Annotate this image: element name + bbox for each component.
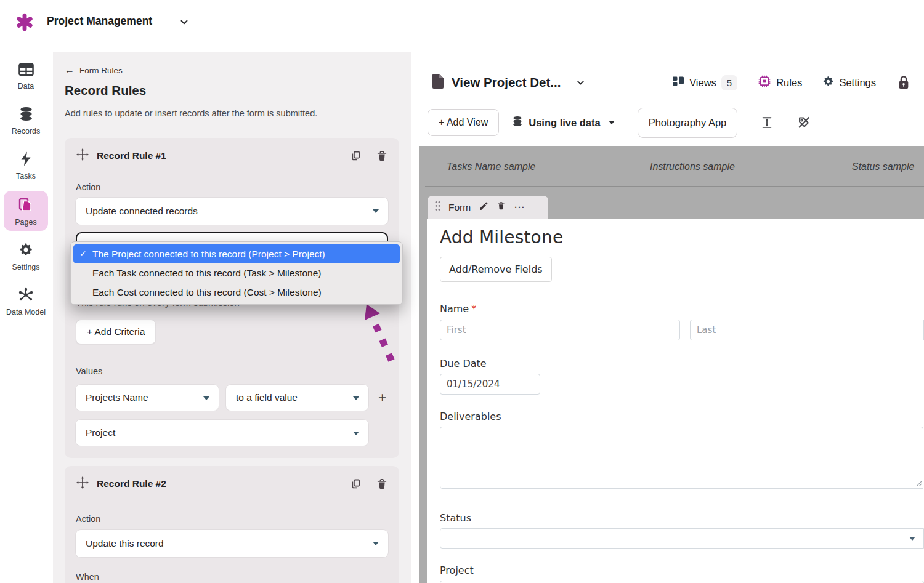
dropdown-option-project[interactable]: ✓ The Project connected to this record (… xyxy=(73,244,400,263)
resize-grip-icon[interactable] xyxy=(915,477,922,489)
left-nav-rail: Data Records Tasks Pages Settings Data M… xyxy=(0,52,52,583)
form-view-toolbar: Form ⋯ xyxy=(428,196,548,219)
add-value-button[interactable]: + xyxy=(378,391,386,405)
drag-move-icon[interactable] xyxy=(76,148,89,164)
sidebar-item-label: Pages xyxy=(15,218,36,227)
hide-labels-tag-icon[interactable] xyxy=(796,115,811,130)
check-icon: ✓ xyxy=(79,244,87,263)
sidebar-item-data-model[interactable]: Data Model xyxy=(4,282,48,321)
value-field-select[interactable]: Projects Name xyxy=(76,385,219,411)
sidebar-item-label: Tasks xyxy=(16,172,36,180)
when-label: When xyxy=(76,572,388,582)
tab-views[interactable]: Views 5 xyxy=(672,75,737,90)
add-view-button[interactable]: + Add View xyxy=(428,109,499,136)
add-criteria-button[interactable]: + Add Criteria xyxy=(76,320,156,344)
chevron-down-icon xyxy=(609,121,615,124)
data-mode-dropdown[interactable]: Using live data xyxy=(512,116,614,129)
delete-rule-icon[interactable] xyxy=(376,150,388,163)
status-select[interactable] xyxy=(440,528,924,549)
sidebar-item-label: Records xyxy=(12,127,41,135)
database-icon xyxy=(512,116,523,129)
action-label: Action xyxy=(76,514,388,525)
required-asterisk: * xyxy=(471,303,476,315)
values-label: Values xyxy=(76,366,388,377)
more-options-icon[interactable]: ⋯ xyxy=(514,201,525,214)
project-input[interactable] xyxy=(440,581,924,583)
due-date-input[interactable] xyxy=(440,374,540,395)
table-icon xyxy=(18,63,34,79)
preview-divider xyxy=(425,186,924,187)
status-label: Status xyxy=(440,512,924,525)
sidebar-item-label: Data Model xyxy=(6,308,46,316)
back-to-form-rules-link[interactable]: ← Form Rules xyxy=(65,65,399,76)
sidebar-item-label: Settings xyxy=(12,263,39,271)
value-source-select[interactable]: Project xyxy=(76,420,368,446)
drag-handle-icon[interactable] xyxy=(435,201,440,214)
gear-icon xyxy=(18,243,33,260)
views-count-badge: 5 xyxy=(721,75,737,90)
page-builder-panel: View Project Det... Views 5 Rules xyxy=(411,52,924,583)
panel-title: Record Rules xyxy=(65,83,399,98)
top-bar: Project Management xyxy=(0,0,924,52)
duplicate-rule-icon[interactable] xyxy=(349,478,362,491)
pages-icon xyxy=(18,196,34,215)
action-select[interactable]: Update connected records xyxy=(76,198,388,225)
connection-select-wrap: ✓ The Project connected to this record (… xyxy=(76,232,388,259)
edit-pencil-icon[interactable] xyxy=(479,201,488,214)
back-arrow-icon: ← xyxy=(65,65,75,76)
sidebar-item-label: Data xyxy=(18,82,34,90)
annotation-arrow-icon xyxy=(360,303,405,378)
app-switcher-chevron-down-icon[interactable] xyxy=(179,17,190,30)
first-name-input[interactable] xyxy=(440,320,680,340)
panel-description: Add rules to update or insert records af… xyxy=(65,108,399,118)
rule-title: Record Rule #2 xyxy=(97,478,166,489)
name-field-label: Name* xyxy=(440,303,924,315)
form-title: Add Milestone xyxy=(440,227,924,247)
delete-view-icon[interactable] xyxy=(496,201,506,214)
deliverables-label: Deliverables xyxy=(440,411,924,423)
tab-rules[interactable]: Rules xyxy=(758,74,802,90)
lock-icon[interactable] xyxy=(897,74,910,90)
connection-dropdown-popup: ✓ The Project connected to this record (… xyxy=(70,241,403,305)
adjust-height-icon[interactable] xyxy=(760,115,774,130)
app-logo-asterisk-icon[interactable] xyxy=(15,13,34,34)
form-view-panel: Add Milestone Add/Remove Fields Name* Du… xyxy=(427,219,924,583)
duplicate-rule-icon[interactable] xyxy=(349,150,362,163)
app-name-button[interactable]: Photography App xyxy=(638,108,738,138)
builder-toolbar: + Add View Using live data Photography A… xyxy=(428,107,924,138)
last-name-input[interactable] xyxy=(690,320,924,340)
action-label: Action xyxy=(76,182,388,193)
rule-title: Record Rule #1 xyxy=(97,150,166,161)
page-title: View Project Det... xyxy=(452,75,561,90)
views-icon xyxy=(672,75,684,90)
page-preview-area: Tasks Name sample Instructions sample St… xyxy=(419,146,924,583)
action-select[interactable]: Update this record xyxy=(76,530,388,557)
preview-table-header: Status sample xyxy=(852,161,914,172)
dropdown-option-task[interactable]: Each Task connected to this record (Task… xyxy=(73,263,400,283)
sidebar-item-settings[interactable]: Settings xyxy=(4,237,48,276)
gear-icon xyxy=(822,76,834,90)
data-model-icon xyxy=(18,287,34,305)
due-date-label: Due Date xyxy=(440,358,924,370)
record-rule-1-card: Record Rule #1 Action Update connected r… xyxy=(65,138,399,458)
delete-rule-icon[interactable] xyxy=(376,478,388,491)
database-icon xyxy=(18,107,34,124)
lightning-icon xyxy=(19,151,33,169)
page-file-icon xyxy=(431,73,445,92)
sidebar-item-tasks[interactable]: Tasks xyxy=(4,146,48,185)
sidebar-item-data[interactable]: Data xyxy=(4,57,48,95)
record-rule-2-card: Record Rule #2 Action Update this record… xyxy=(65,466,399,583)
drag-move-icon[interactable] xyxy=(76,476,89,492)
deliverables-textarea[interactable] xyxy=(440,427,923,489)
dropdown-option-cost[interactable]: Each Cost connected to this record (Cost… xyxy=(73,283,400,302)
preview-table-header: Tasks Name sample xyxy=(447,161,535,172)
value-operator-select[interactable]: to a field value xyxy=(226,385,368,411)
sidebar-item-pages[interactable]: Pages xyxy=(4,191,48,231)
sidebar-item-records[interactable]: Records xyxy=(4,101,48,140)
app-title: Project Management xyxy=(47,15,152,28)
page-chevron-down-icon[interactable] xyxy=(575,78,586,88)
add-remove-fields-button[interactable]: Add/Remove Fields xyxy=(440,257,552,282)
tab-settings[interactable]: Settings xyxy=(822,76,876,90)
builder-header: View Project Det... Views 5 Rules xyxy=(431,67,910,98)
record-rules-panel: ← Form Rules Record Rules Add rules to u… xyxy=(53,52,411,583)
